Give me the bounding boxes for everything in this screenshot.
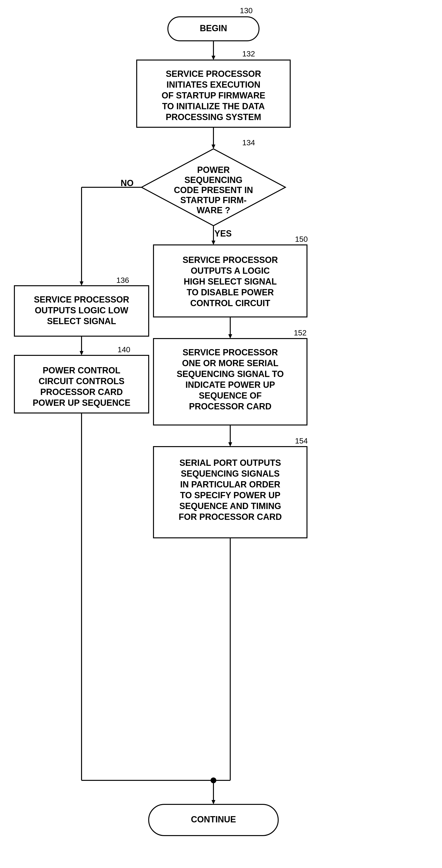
n134-line5: WARE ? xyxy=(197,205,230,215)
n140-line2: CIRCUIT CONTROLS xyxy=(39,376,125,386)
begin-label: BEGIN xyxy=(200,23,227,33)
svg-marker-20 xyxy=(228,334,232,339)
n150-line3: HIGH SELECT SIGNAL xyxy=(184,277,277,286)
n132-line5: PROCESSING SYSTEM xyxy=(166,112,261,122)
no-label: NO xyxy=(121,178,134,188)
n154-line2: SEQUENCING SIGNALS xyxy=(181,469,280,478)
ref-152: 152 xyxy=(294,329,306,337)
n154-line5: SEQUENCE AND TIMING xyxy=(179,501,281,511)
ref-150: 150 xyxy=(295,235,308,244)
svg-marker-27 xyxy=(211,800,215,804)
ref-140: 140 xyxy=(117,345,130,354)
merge-dot xyxy=(211,777,216,783)
n140-line3: PROCESSOR CARD xyxy=(40,387,123,397)
svg-marker-23 xyxy=(228,442,232,446)
svg-marker-5 xyxy=(211,145,215,149)
n152-line4: INDICATE POWER UP xyxy=(185,380,275,390)
n134-line1: POWER xyxy=(197,165,230,175)
n150-line1: SERVICE PROCESSOR xyxy=(182,255,278,265)
n150-line2: OUTPUTS A LOGIC xyxy=(191,266,270,276)
n152-line6: PROCESSOR CARD xyxy=(189,401,271,411)
n136-line3: SELECT SIGNAL xyxy=(47,316,116,326)
n132-line4: TO INITIALIZE THE DATA xyxy=(162,101,265,111)
n134-line3: CODE PRESENT IN xyxy=(174,185,253,195)
n140-line1: POWER CONTROL xyxy=(43,366,121,375)
n150-line5: CONTROL CIRCUIT xyxy=(190,298,270,308)
svg-marker-14 xyxy=(80,351,83,355)
ref-130: 130 xyxy=(240,6,252,15)
svg-marker-9 xyxy=(80,281,83,286)
ref-134: 134 xyxy=(242,138,255,147)
n150-line4: TO DISABLE POWER xyxy=(186,287,274,297)
n154-line3: IN PARTICULAR ORDER xyxy=(180,479,280,489)
n140-line4: POWER UP SEQUENCE xyxy=(33,398,130,408)
continue-label: CONTINUE xyxy=(191,814,236,824)
ref-136: 136 xyxy=(116,276,129,284)
svg-marker-2 xyxy=(211,56,215,60)
flowchart-container: 130 BEGIN 132 SERVICE PROCESSOR INITIATE… xyxy=(0,0,442,868)
n154-line1: SERIAL PORT OUTPUTS xyxy=(179,458,281,468)
n132-line2: INITIATES EXECUTION xyxy=(166,80,260,90)
n132-line3: OF STARTUP FIRMWARE xyxy=(162,91,266,100)
n152-line1: SERVICE PROCESSOR xyxy=(182,347,278,357)
n154-line4: TO SPECIFY POWER UP xyxy=(180,490,281,500)
n152-line3: SEQUENCING SIGNAL TO xyxy=(177,369,284,379)
ref-132: 132 xyxy=(242,50,255,58)
n134-line2: SEQUENCING xyxy=(184,175,242,185)
n134-line4: STARTUP FIRM- xyxy=(180,195,247,205)
n136-line1: SERVICE PROCESSOR xyxy=(34,294,129,305)
yes-label: YES xyxy=(214,228,232,239)
n132-line1: SERVICE PROCESSOR xyxy=(166,69,261,79)
n154-line6: FOR PROCESSOR CARD xyxy=(179,512,282,522)
n152-line2: ONE OR MORE SERIAL xyxy=(182,358,278,368)
ref-154: 154 xyxy=(295,436,308,445)
n152-line5: SEQUENCE OF xyxy=(199,391,262,401)
n136-line2: OUTPUTS LOGIC LOW xyxy=(35,305,128,315)
svg-marker-11 xyxy=(211,241,215,245)
